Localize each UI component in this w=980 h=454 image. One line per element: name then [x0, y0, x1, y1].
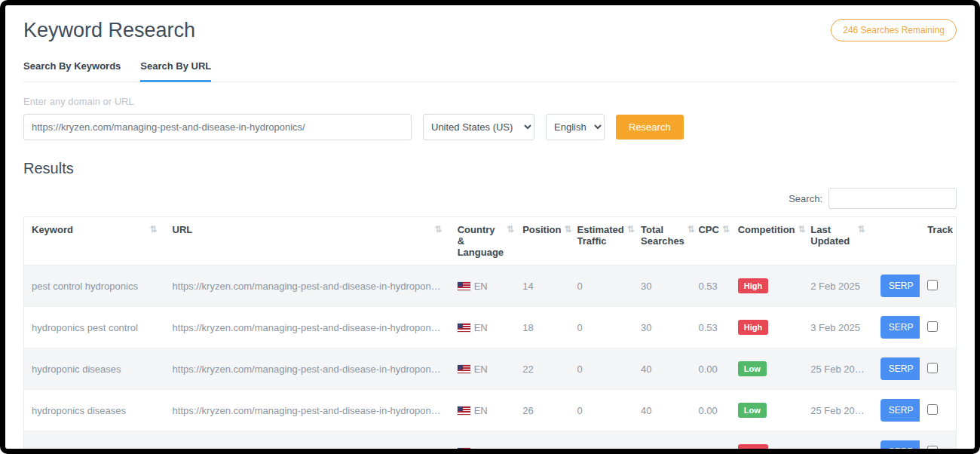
column-header[interactable]: CPC⇅	[691, 217, 730, 265]
competition-badge: Low	[738, 403, 767, 418]
track-checkbox[interactable]	[927, 280, 938, 290]
url-input-label: Enter any domain or URL	[23, 96, 957, 107]
cell-serp: SERP	[873, 390, 920, 431]
sort-icon[interactable]: ⇅	[722, 224, 730, 235]
cell-keyword: hydroponics pest control	[24, 307, 165, 348]
cell-track	[920, 265, 956, 307]
table-row: pest control hydroponics https://kryzen.…	[24, 265, 957, 307]
competition-badge: High	[738, 278, 768, 293]
tab-search-by-keywords[interactable]: Search By Keywords	[23, 60, 121, 82]
cell-country-language: EN	[450, 431, 515, 454]
table-row: pest control in hydroponics https://kryz…	[24, 431, 957, 454]
table-search-row: Search:	[23, 188, 957, 209]
table-search-label: Search:	[789, 193, 822, 204]
app-window: Keyword Research 246 Searches Remaining …	[0, 0, 980, 454]
sort-icon[interactable]: ⇅	[798, 224, 806, 235]
cell-position: 22	[515, 348, 569, 390]
sort-icon[interactable]: ⇅	[149, 224, 157, 235]
cell-total-searches: 40	[633, 348, 691, 390]
table-row: hydroponics pest control https://kryzen.…	[24, 307, 957, 348]
results-table: Keyword⇅URL⇅Country & Language⇅Position⇅…	[23, 216, 957, 454]
track-checkbox[interactable]	[927, 404, 938, 415]
column-header[interactable]: Total Searches⇅	[633, 217, 691, 265]
results-heading: Results	[23, 160, 957, 177]
tab-search-by-url[interactable]: Search By URL	[140, 60, 211, 82]
table-row: hydroponic diseases https://kryzen.com/m…	[24, 348, 957, 390]
column-header-label: CPC	[698, 224, 718, 235]
cell-cpc: 0.00	[691, 348, 730, 390]
cell-last-updated: 25 Feb 2025	[803, 348, 873, 390]
track-checkbox[interactable]	[927, 446, 938, 454]
table-row: hydroponics diseases https://kryzen.com/…	[24, 390, 957, 431]
cell-estimated-traffic: 0	[570, 431, 633, 454]
us-flag-icon	[458, 282, 470, 290]
column-header[interactable]: Competition⇅	[730, 217, 804, 265]
searches-remaining-badge[interactable]: 246 Searches Remaining	[831, 19, 957, 41]
sort-icon[interactable]: ⇅	[435, 224, 443, 235]
us-flag-icon	[458, 324, 470, 332]
table-search-input[interactable]	[828, 188, 957, 209]
serp-button[interactable]: SERP	[880, 275, 920, 297]
cell-cpc: 0.53	[691, 265, 730, 307]
cell-keyword: hydroponics diseases	[24, 390, 165, 431]
serp-button[interactable]: SERP	[880, 357, 920, 380]
column-header[interactable]: Estimated Traffic⇅	[570, 217, 633, 265]
cell-total-searches: 40	[633, 390, 691, 431]
language-code: EN	[474, 446, 488, 454]
cell-last-updated: 3 Feb 2025	[803, 307, 873, 348]
column-header-label: Estimated Traffic	[577, 224, 624, 247]
cell-serp: SERP	[873, 348, 920, 390]
cell-keyword: pest control in hydroponics	[24, 431, 165, 454]
column-header-label: Last Updated	[810, 224, 854, 247]
track-checkbox[interactable]	[927, 321, 938, 332]
sort-icon[interactable]: ⇅	[858, 224, 865, 247]
column-header-label: Total Searches	[641, 224, 684, 247]
cell-last-updated: 25 Feb 2025	[803, 390, 873, 431]
column-header[interactable]: URL⇅	[165, 217, 450, 265]
column-header-label: Position	[522, 224, 561, 235]
url-input[interactable]	[23, 114, 412, 140]
cell-competition: Low	[730, 390, 804, 431]
sort-icon[interactable]: ⇅	[507, 224, 514, 258]
cell-total-searches: 30	[633, 307, 691, 348]
cell-track	[920, 431, 956, 454]
column-header[interactable]: Country & Language⇅	[450, 217, 515, 265]
column-header-label: Competition	[738, 224, 795, 235]
sort-icon[interactable]: ⇅	[627, 224, 635, 247]
cell-cpc: 0.53	[691, 307, 730, 348]
track-checkbox[interactable]	[927, 363, 938, 373]
cell-country-language: EN	[450, 390, 515, 431]
cell-position: 26	[515, 431, 569, 454]
cell-total-searches: 30	[633, 431, 691, 454]
column-header[interactable]: Keyword⇅	[24, 217, 165, 265]
serp-button[interactable]: SERP	[880, 399, 920, 422]
cell-url: https://kryzen.com/managing-pest-and-dis…	[165, 265, 450, 307]
search-form-row: United States (US) English Research	[23, 114, 957, 140]
research-button[interactable]: Research	[616, 115, 684, 140]
us-flag-icon	[458, 448, 470, 454]
column-header-label: Track	[927, 224, 953, 235]
column-header[interactable]: Position⇅	[515, 217, 569, 265]
language-code: EN	[474, 281, 488, 292]
cell-url: https://kryzen.com/managing-pest-and-dis…	[165, 390, 450, 431]
cell-url: https://kryzen.com/managing-pest-and-dis…	[165, 431, 450, 454]
language-select[interactable]: English	[546, 114, 605, 140]
column-header[interactable]: Last Updated⇅	[803, 217, 873, 265]
cell-position: 14	[515, 265, 569, 307]
language-code: EN	[474, 322, 488, 333]
cell-url: https://kryzen.com/managing-pest-and-dis…	[165, 307, 450, 348]
tab-bar: Search By Keywords Search By URL	[23, 60, 957, 82]
sort-icon[interactable]: ⇅	[564, 224, 571, 235]
cell-last-updated: 26 Feb 2025	[803, 431, 873, 454]
column-header-label: Country & Language	[458, 224, 504, 258]
competition-badge: High	[738, 320, 768, 335]
serp-button[interactable]: SERP	[880, 440, 920, 454]
cell-country-language: EN	[450, 307, 515, 348]
cell-position: 26	[515, 390, 569, 431]
cell-serp: SERP	[873, 307, 920, 348]
language-code: EN	[474, 405, 488, 416]
serp-button[interactable]: SERP	[880, 316, 920, 339]
country-select[interactable]: United States (US)	[423, 114, 534, 140]
sort-icon[interactable]: ⇅	[688, 224, 695, 247]
cell-estimated-traffic: 0	[570, 307, 633, 348]
